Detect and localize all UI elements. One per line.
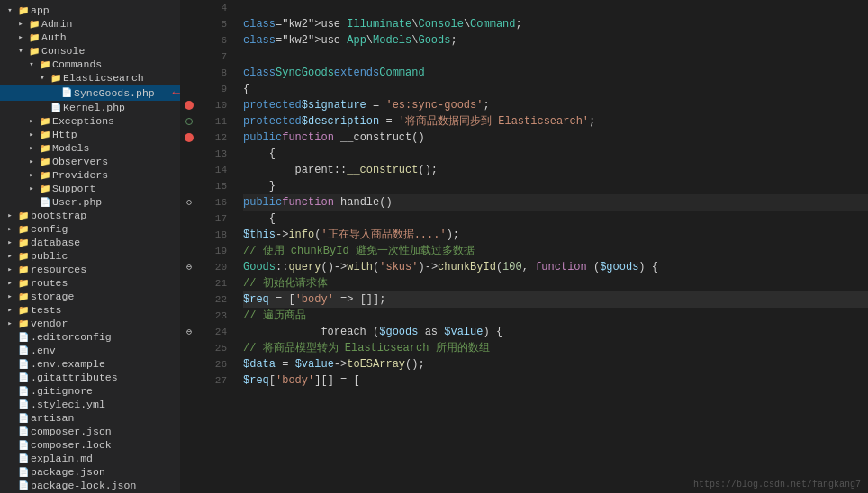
code-line-22: $req = ['body' => []]; xyxy=(243,291,868,308)
file-tree: ▾📁app▸📁Admin▸📁Auth▾📁Console▾📁Commands▾📁E… xyxy=(0,4,180,493)
sidebar-item-Observers[interactable]: ▸📁Observers xyxy=(0,155,180,168)
folder-arrow: ▸ xyxy=(4,251,16,261)
sidebar-item-storage[interactable]: ▸📁storage xyxy=(0,290,180,303)
gutter-cell-14 xyxy=(180,162,198,178)
item-label: bootstrap xyxy=(31,210,180,221)
sidebar-item-database[interactable]: ▸📁database xyxy=(0,236,180,249)
php-icon: 📄 xyxy=(38,197,52,208)
item-label: database xyxy=(31,237,180,248)
line-number-25: 25 xyxy=(198,340,227,356)
sidebar-item-app[interactable]: ▾📁app xyxy=(0,4,180,17)
sidebar-item-packagelockjson[interactable]: 📄package-lock.json xyxy=(0,479,180,492)
sidebar-item-vendor[interactable]: ▸📁vendor xyxy=(0,317,180,330)
item-label: vendor xyxy=(31,318,180,329)
sidebar-item-config[interactable]: ▸📁config xyxy=(0,222,180,236)
code-line-5: class="kw2">use Illuminate\Console\Comma… xyxy=(243,16,868,32)
item-label: .styleci.yml xyxy=(31,399,180,410)
item-label: Commands xyxy=(52,58,180,70)
sidebar-item-routes[interactable]: ▸📁routes xyxy=(0,276,180,290)
gutter-cell-9 xyxy=(180,81,198,97)
gutter-cell-13 xyxy=(180,146,198,162)
sidebar-item-tests[interactable]: ▸📁tests xyxy=(0,303,180,317)
php-icon: 📄 xyxy=(49,103,63,113)
sidebar-item-SyncGoodsphp[interactable]: 📄SyncGoods.php← xyxy=(0,85,180,101)
folder-icon: 📁 xyxy=(38,184,52,194)
gutter-cell-24: ⊖ xyxy=(180,324,198,340)
sidebar-item-Http[interactable]: ▸📁Http xyxy=(0,128,180,141)
item-label: artisan xyxy=(31,412,180,424)
folder-arrow: ▾ xyxy=(4,5,16,15)
sidebar-item-envexample[interactable]: 📄.env.example xyxy=(0,357,180,371)
sidebar-item-Exceptions[interactable]: ▸📁Exceptions xyxy=(0,114,180,128)
sidebar-item-Auth[interactable]: ▸📁Auth xyxy=(0,31,180,44)
sidebar-item-Userphp[interactable]: 📄User.php xyxy=(0,195,180,209)
code-line-26: $data = $value->toESArray(); xyxy=(243,356,868,372)
sidebar-item-public[interactable]: ▸📁public xyxy=(0,249,180,263)
sidebar-item-Providers[interactable]: ▸📁Providers xyxy=(0,168,180,182)
env-icon: 📄 xyxy=(16,345,31,356)
item-label: Kernel.php xyxy=(63,102,180,113)
folder-arrow: ▸ xyxy=(14,19,27,29)
sidebar-item-bootstrap[interactable]: ▸📁bootstrap xyxy=(0,209,180,222)
item-label: .gitignore xyxy=(31,385,180,397)
gutter-cell-4 xyxy=(180,0,198,16)
item-label: composer.json xyxy=(31,426,180,437)
folder-icon: 📁 xyxy=(38,170,52,181)
sidebar-item-Support[interactable]: ▸📁Support xyxy=(0,182,180,195)
code-line-17: { xyxy=(243,211,868,227)
sidebar-item-composerjson[interactable]: 📄composer.json xyxy=(0,425,180,438)
sidebar-item-composerlock[interactable]: 📄composer.lock xyxy=(0,438,180,452)
gutter-cell-17 xyxy=(180,211,198,227)
editor-container: ⊖⊖⊖ 456789101112131415161718192021222324… xyxy=(180,0,868,493)
sidebar-item-packagejson[interactable]: 📄package.json xyxy=(0,465,180,479)
sidebar-item-Elasticsearch[interactable]: ▾📁Elasticsearch xyxy=(0,71,180,85)
folder-icon: 📁 xyxy=(16,291,31,302)
item-label: routes xyxy=(31,277,180,289)
item-label: .editorconfig xyxy=(31,331,180,343)
gutter-cell-19 xyxy=(180,243,198,259)
json-icon: 📄 xyxy=(16,480,31,491)
gutter-cell-20: ⊖ xyxy=(180,259,198,275)
folder-arrow: ▾ xyxy=(36,73,49,83)
item-label: Console xyxy=(41,45,180,57)
gutter-cell-25 xyxy=(180,340,198,356)
item-label: Providers xyxy=(52,169,180,181)
sidebar-item-artisan[interactable]: 📄artisan xyxy=(0,411,180,425)
line-number-24: 24 xyxy=(198,324,227,340)
line-number-11: 11 xyxy=(198,113,227,130)
sidebar-item-Commands[interactable]: ▾📁Commands xyxy=(0,58,180,71)
sidebar-item-gitattributes[interactable]: 📄.gitattributes xyxy=(0,371,180,384)
code-line-15: } xyxy=(243,178,868,194)
line-number-13: 13 xyxy=(198,146,227,162)
folder-icon: 📁 xyxy=(16,305,31,316)
code-line-13: { xyxy=(243,146,868,162)
sidebar-item-Admin[interactable]: ▸📁Admin xyxy=(0,17,180,31)
sidebar-item-editorconfig[interactable]: 📄.editorconfig xyxy=(0,330,180,344)
sidebar-item-Console[interactable]: ▾📁Console xyxy=(0,44,180,58)
fold-icon[interactable]: ⊖ xyxy=(186,197,192,208)
sidebar-item-Kernelphp[interactable]: 📄Kernel.php xyxy=(0,101,180,114)
code-line-14: parent::__construct(); xyxy=(243,162,868,178)
sidebar-item-env[interactable]: 📄.env xyxy=(0,344,180,357)
fold-icon[interactable]: ⊖ xyxy=(186,262,192,273)
item-label: composer.lock xyxy=(31,439,180,451)
folder-icon: 📁 xyxy=(16,224,31,235)
item-label: User.php xyxy=(52,196,180,208)
env-icon: 📄 xyxy=(16,359,31,370)
code-line-18: $this->info('正在导入商品数据....'); xyxy=(243,227,868,243)
sidebar-item-styleciyml[interactable]: 📄.styleci.yml xyxy=(0,398,180,411)
code-editor[interactable]: class="kw2">use Illuminate\Console\Comma… xyxy=(234,0,868,493)
fold-icon[interactable]: ⊖ xyxy=(186,327,192,337)
gutter-cell-18 xyxy=(180,227,198,243)
line-number-18: 18 xyxy=(198,227,227,243)
sidebar-item-resources[interactable]: ▸📁resources xyxy=(0,263,180,276)
sidebar-item-explainmd[interactable]: 📄explain.md xyxy=(0,452,180,465)
code-line-9: { xyxy=(243,81,868,97)
item-label: Models xyxy=(52,142,180,154)
sidebar-item-gitignore[interactable]: 📄.gitignore xyxy=(0,384,180,398)
file-icon: 📄 xyxy=(16,399,31,410)
sidebar-item-Models[interactable]: ▸📁Models xyxy=(0,141,180,155)
folder-arrow: ▸ xyxy=(25,143,38,153)
code-line-8: class SyncGoods extends Command xyxy=(243,65,868,81)
item-label: SyncGoods.php xyxy=(74,87,171,99)
